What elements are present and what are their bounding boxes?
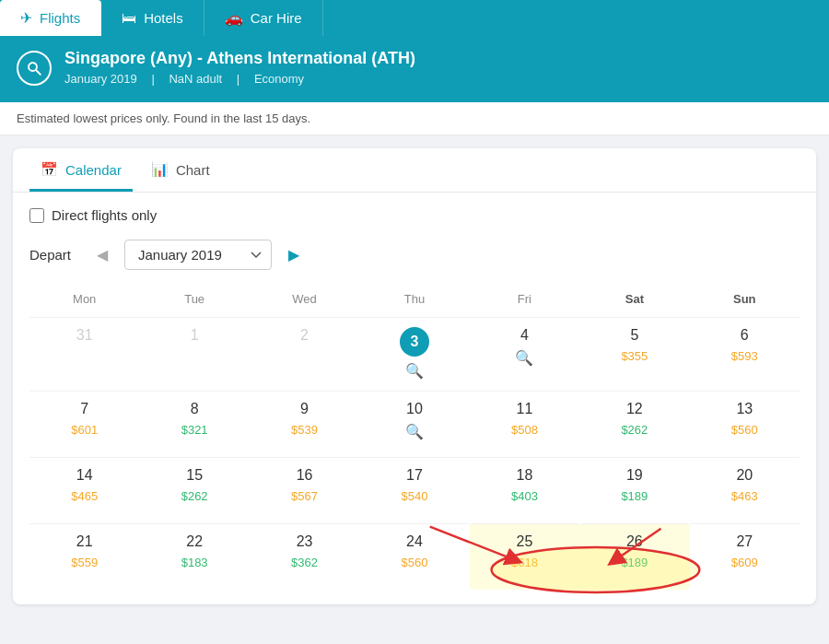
day-price: $362 [291,556,318,569]
day-num: 31 [76,327,93,344]
day-jan16[interactable]: 16 $567 [250,457,359,523]
day-price: $559 [71,556,98,569]
day-jan21[interactable]: 21 $559 [29,523,139,590]
day-price: $560 [402,556,428,569]
calendar-tab-label: Calendar [65,162,122,178]
day-jan15[interactable]: 15 $262 [139,457,249,523]
day-jan10[interactable]: 10 🔍 [359,391,469,457]
flights-icon: ✈ [20,9,32,27]
search-adults: NaN adult [169,72,222,86]
day-num: 4 [520,327,529,344]
calendar-grid: Mon Tue Wed Thu Fri Sat Sun 31 [29,288,800,590]
direct-flights-label[interactable]: Direct flights only [52,207,157,223]
svg-line-1 [36,70,41,75]
day-price: $560 [731,423,758,437]
week-4: 21 $559 22 $183 23 $362 24 [29,523,800,590]
day-jan23[interactable]: 23 $362 [250,523,359,590]
depart-row: Depart ◀ January 2019 ▶ [29,240,800,270]
day-jan13[interactable]: 13 $560 [690,391,800,457]
day-num: 14 [76,467,93,484]
day-jan9[interactable]: 9 $539 [250,391,359,457]
meta-sep2: | [237,72,239,86]
day-jan25[interactable]: 25 $618 [470,523,579,590]
notice-text: Estimated lowest prices only. Found in t… [17,111,310,125]
header-tue: Tue [139,288,249,310]
day-price: $618 [511,556,538,569]
day-num: 10 [406,401,423,417]
day-price: $355 [621,349,648,363]
top-tabs: ✈ Flights 🛏 Hotels 🚗 Car Hire [0,0,829,36]
day-num: 25 [517,533,533,550]
tab-calendar[interactable]: 📅 Calendar [29,148,133,192]
day-jan5[interactable]: 5 $355 [579,317,689,391]
meta-sep1: | [151,72,154,86]
header-thu: Thu [359,288,469,310]
carhire-icon: 🚗 [225,9,243,27]
tab-chart[interactable]: 📊 Chart [140,148,221,192]
next-month-button[interactable]: ▶ [281,242,307,268]
day-num: 17 [406,467,423,484]
day-jan19[interactable]: 19 $189 [579,457,689,523]
day-jan7[interactable]: 7 $601 [29,391,139,457]
day-jan11[interactable]: 11 $508 [470,391,579,457]
day-jan8[interactable]: 8 $321 [139,391,249,457]
day-price: $403 [511,489,538,503]
day-jan27[interactable]: 27 $609 [690,523,800,590]
notice-bar: Estimated lowest prices only. Found in t… [0,102,829,135]
view-tabs: 📅 Calendar 📊 Chart [13,148,816,193]
week-1: 31 1 2 3 🔍 4 [29,317,800,391]
header-fri: Fri [470,288,579,310]
day-jan14[interactable]: 14 $465 [29,457,139,523]
day-price: $567 [291,489,318,503]
day-jan26[interactable]: 26 $189 [579,523,689,590]
search-meta: January 2019 | NaN adult | Economy [64,72,415,86]
day-num: 24 [406,533,423,550]
day-num: 7 [80,401,88,417]
calendar-header: Mon Tue Wed Thu Fri Sat Sun [29,288,800,310]
search-details: Singapore (Any) - Athens International (… [64,49,415,86]
day-price: $463 [731,489,758,503]
week-2: 7 $601 8 $321 9 $539 10 [29,391,800,457]
calendar-wrapper: Mon Tue Wed Thu Fri Sat Sun 31 [29,288,800,590]
day-jan24[interactable]: 24 $560 [359,523,469,590]
day-31: 31 [29,317,139,391]
month-select[interactable]: January 2019 [124,240,272,270]
app-wrapper: ✈ Flights 🛏 Hotels 🚗 Car Hire Singapore … [0,0,829,604]
day-jan17[interactable]: 17 $540 [359,457,469,523]
day-num: 13 [736,401,753,417]
day-num: 2 [300,327,309,344]
tab-flights[interactable]: ✈ Flights [0,0,101,36]
day-jan12[interactable]: 12 $262 [579,391,689,457]
day-jan20[interactable]: 20 $463 [690,457,800,523]
day-num: 16 [297,467,313,484]
search-mag-icon[interactable]: 🔍 [515,349,533,367]
search-mag-icon[interactable]: 🔍 [405,423,424,440]
day-num: 26 [626,533,643,550]
day-jan18[interactable]: 18 $403 [470,457,579,523]
day-jan6[interactable]: 6 $593 [690,317,800,391]
tab-carhire-label: Car Hire [251,10,302,26]
day-num: 12 [626,401,643,417]
prev-month-button[interactable]: ◀ [89,242,115,268]
direct-flights-checkbox[interactable] [29,208,44,223]
day-price: $508 [511,423,538,437]
day-jan3[interactable]: 3 🔍 [359,317,469,391]
search-circle[interactable] [17,51,52,86]
search-class: Economy [254,72,304,86]
day-price: $321 [181,423,208,437]
day-price: $189 [621,556,648,569]
tab-hotels[interactable]: 🛏 Hotels [101,0,204,36]
day-price: $540 [402,489,428,503]
header-sat: Sat [579,288,689,310]
tab-flights-label: Flights [40,10,80,26]
day-jan4[interactable]: 4 🔍 [470,317,579,391]
day-price: $593 [731,349,758,363]
day-num: 22 [186,533,203,550]
search-mag-icon[interactable]: 🔍 [405,362,424,380]
day-jan22[interactable]: 22 $183 [139,523,249,590]
day-num: 21 [76,533,93,550]
header-sun: Sun [690,288,800,310]
tab-carhire[interactable]: 🚗 Car Hire [204,0,323,36]
day-num: 5 [630,327,638,344]
day-num-today: 3 [400,327,429,357]
